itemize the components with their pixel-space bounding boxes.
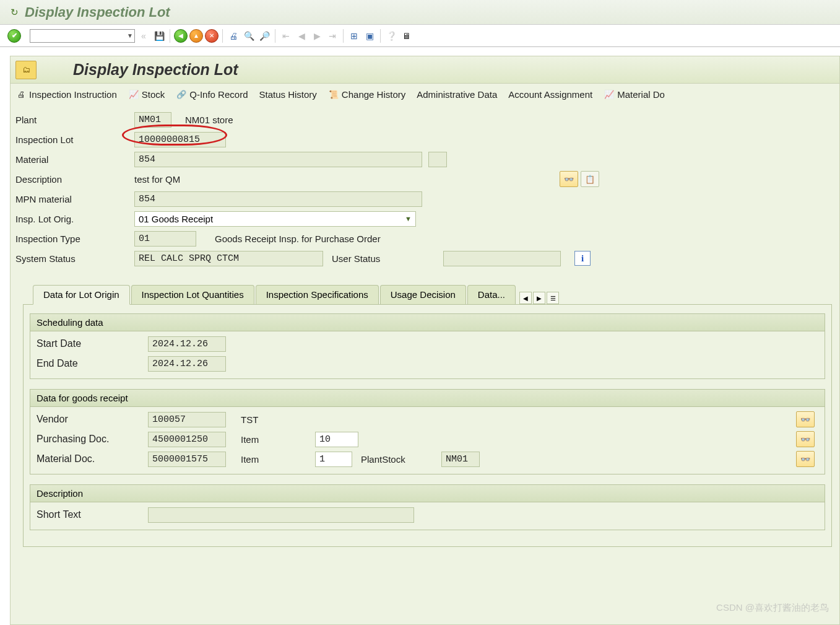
short-field[interactable] <box>148 507 414 523</box>
pdoc-glasses-button[interactable]: 👓 <box>796 431 815 447</box>
separator <box>222 29 223 43</box>
app-area: 🗂 Display Inspection Lot 🖨Inspection Ins… <box>10 56 840 625</box>
tab-scroll-left[interactable]: ◀ <box>519 292 532 304</box>
separator <box>343 29 344 43</box>
orig-label: Insp. Lot Orig. <box>15 214 134 224</box>
label: Material Do <box>617 89 665 100</box>
nav-cancel-icon[interactable]: ✕ <box>205 29 219 43</box>
pdoc-field[interactable]: 4500001250 <box>148 432 226 447</box>
chevron-down-icon: ▼ <box>405 215 412 222</box>
reload-icon[interactable]: ↻ <box>9 7 20 18</box>
last-page-icon: ⇥ <box>326 29 339 43</box>
separator <box>275 29 275 43</box>
end-field[interactable]: 2024.12.26 <box>148 356 226 372</box>
group-title: Scheduling data <box>30 314 825 331</box>
vendor-field[interactable]: 100057 <box>148 412 226 427</box>
sysstat-field[interactable]: REL CALC SPRQ CTCM <box>134 251 323 266</box>
mdoc-label: Material Doc. <box>37 453 148 465</box>
end-label: End Date <box>37 358 148 369</box>
next-page-icon: ▶ <box>310 29 324 43</box>
orig-dropdown[interactable]: 01 Goods Receipt▼ <box>134 211 416 227</box>
mitem-label: Item <box>241 454 315 465</box>
copy-button[interactable]: 📋 <box>581 171 599 187</box>
vendor-glasses-button[interactable]: 👓 <box>796 411 815 427</box>
app-header: 🗂 Display Inspection Lot <box>11 56 839 84</box>
command-field[interactable]: ▼ <box>30 29 135 43</box>
local-layout-icon[interactable]: 🖥 <box>400 29 414 43</box>
itype-desc: Goods Receipt Insp. for Purchase Order <box>215 234 381 244</box>
tab-lot-qty[interactable]: Inspection Lot Quantities <box>131 285 254 304</box>
action-toolbar: 🖨Inspection Instruction 📈Stock 🔗Q-Info R… <box>11 84 839 106</box>
tab-data-more[interactable]: Data... <box>467 285 516 304</box>
userstat-field[interactable] <box>443 251 561 266</box>
mpn-label: MPN material <box>15 194 134 204</box>
window-titlebar: ↻ Display Inspection Lot <box>0 0 840 25</box>
help-icon[interactable]: ❔ <box>384 29 398 43</box>
material-field[interactable]: 854 <box>134 152 422 167</box>
act-stock[interactable]: 📈Stock <box>128 89 165 100</box>
group-title: Description <box>30 485 825 502</box>
itype-field[interactable]: 01 <box>134 231 196 247</box>
act-admin-data[interactable]: Administrative Data <box>417 89 497 100</box>
first-page-icon: ⇤ <box>279 29 293 43</box>
act-change-hist[interactable]: 📜Change History <box>328 89 405 100</box>
userstat-label: User Status <box>332 253 443 264</box>
prev-page-icon: ◀ <box>295 29 308 43</box>
plant-label: Plant <box>15 115 134 125</box>
vendor-name: TST <box>241 414 258 425</box>
plantstock-field[interactable]: NM01 <box>441 452 480 467</box>
label: Change History <box>342 89 405 100</box>
desc-value: test for QM <box>134 174 180 185</box>
save-icon: 💾 <box>152 29 166 43</box>
lot-field[interactable]: 10000000815 <box>134 132 226 147</box>
act-acct-assign[interactable]: Account Assignment <box>508 89 592 100</box>
tab-lot-origin[interactable]: Data for Lot Origin <box>33 285 130 305</box>
separator <box>170 29 170 43</box>
tab-list-button[interactable]: ☰ <box>547 292 559 304</box>
new-session-icon[interactable]: ⊞ <box>347 29 361 43</box>
act-material-doc[interactable]: 📈Material Do <box>604 89 665 100</box>
info-button[interactable]: i <box>574 251 591 266</box>
print-icon[interactable]: 🖨 <box>227 29 240 43</box>
itype-label: Inspection Type <box>15 234 134 244</box>
act-insp-instr[interactable]: 🖨Inspection Instruction <box>15 89 117 100</box>
tab-usage-dec[interactable]: Usage Decision <box>380 285 466 304</box>
mdoc-glasses-button[interactable]: 👓 <box>796 451 815 467</box>
label: Stock <box>142 89 165 100</box>
app-title: Display Inspection Lot <box>73 61 238 79</box>
plantstock-label: PlantStock <box>361 454 441 465</box>
tab-scroll-right[interactable]: ▶ <box>533 292 545 304</box>
material-label: Material <box>15 154 134 165</box>
lot-label: Inspection Lot <box>15 134 134 145</box>
nav-up-icon[interactable]: ▲ <box>189 29 203 43</box>
act-qinfo[interactable]: 🔗Q-Info Record <box>176 89 248 100</box>
material-help[interactable] <box>428 152 447 167</box>
vendor-label: Vendor <box>37 414 148 425</box>
chart-icon: 📈 <box>128 89 139 100</box>
start-label: Start Date <box>37 338 148 349</box>
start-field[interactable]: 2024.12.26 <box>148 336 226 352</box>
find-next-icon: 🔎 <box>258 29 271 43</box>
glasses-button[interactable]: 👓 <box>560 171 578 187</box>
group-title: Data for goods receipt <box>30 390 825 407</box>
app-icon[interactable]: 🗂 <box>15 61 37 79</box>
plant-field[interactable]: NM01 <box>134 112 171 128</box>
label: Inspection Instruction <box>29 89 117 100</box>
act-status-hist[interactable]: Status History <box>259 89 316 100</box>
label: Q-Info Record <box>189 89 248 100</box>
nav-back-icon[interactable]: ◀ <box>174 29 188 43</box>
group-scheduling: Scheduling data Start Date 2024.12.26 En… <box>30 313 825 379</box>
separator <box>380 29 381 43</box>
mpn-field[interactable]: 854 <box>134 191 422 207</box>
orig-value: 01 Goods Receipt <box>139 214 213 224</box>
layout-icon[interactable]: ▣ <box>363 29 376 43</box>
ok-button[interactable]: ✔ <box>7 29 21 43</box>
tab-insp-spec[interactable]: Inspection Specifications <box>256 285 379 304</box>
mdoc-field[interactable]: 5000001575 <box>148 452 226 467</box>
printer-icon: 🖨 <box>15 89 27 100</box>
header-form: Plant NM01 NM01 store Inspection Lot 100… <box>11 106 839 272</box>
back-button[interactable]: « <box>137 29 150 43</box>
mitem-field[interactable]: 1 <box>315 452 352 467</box>
group-goods-receipt: Data for goods receipt Vendor 100057 TST… <box>30 389 825 474</box>
pitem-field[interactable]: 10 <box>315 432 358 447</box>
